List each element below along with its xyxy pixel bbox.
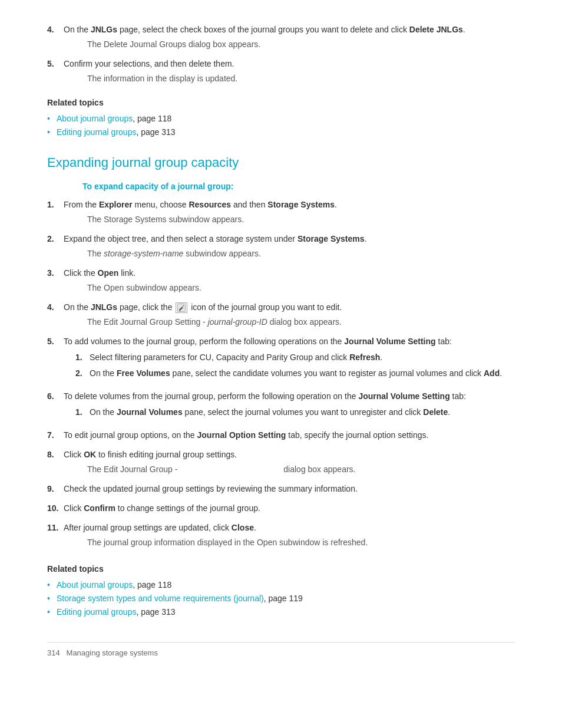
related-topics-2: Related topics About journal groups, pag… xyxy=(47,563,515,618)
step-content: From the Explorer menu, choose Resources… xyxy=(64,199,515,226)
close-bold: Close xyxy=(232,523,254,532)
substep-item: 2. On the Free Volumes pane, select the … xyxy=(75,367,515,380)
page-number: 314 xyxy=(47,648,60,657)
substep-number: 1. xyxy=(75,406,90,419)
step-content: To add volumes to the journal group, per… xyxy=(64,335,515,383)
jnlgs-bold: JNLGs xyxy=(91,25,117,34)
related-link[interactable]: Editing journal groups xyxy=(57,127,136,137)
add-bold: Add xyxy=(484,368,500,378)
step-note: The information in the display is update… xyxy=(87,73,515,85)
edit-icon xyxy=(176,302,187,313)
delete-bold: Delete xyxy=(423,407,448,417)
step-note: The journal group information displayed … xyxy=(87,536,515,549)
related-link-item: About journal groups, page 118 xyxy=(47,579,515,591)
intro-step-4: 4. On the JNLGs page, select the check b… xyxy=(47,24,515,51)
explorer-bold: Explorer xyxy=(99,200,133,209)
journal-volume-setting-bold: Journal Volume Setting xyxy=(358,391,449,401)
related-link-item: Storage system types and volume requirem… xyxy=(47,592,515,605)
step-content: Click OK to finish editing journal group… xyxy=(64,449,515,476)
storage-systems-bold: Storage Systems xyxy=(297,234,365,243)
main-steps-list: 1. From the Explorer menu, choose Resour… xyxy=(47,199,515,549)
substep-content: On the Free Volumes pane, select the can… xyxy=(90,367,502,380)
substeps-list: 1. On the Journal Volumes pane, select t… xyxy=(64,406,515,419)
step-number: 7. xyxy=(47,429,64,442)
step-note: The Open subwindow appears. xyxy=(87,282,515,294)
main-step-9: 9. Check the updated journal group setti… xyxy=(47,483,515,495)
italic-text: storage-system-name xyxy=(104,249,183,258)
ok-bold: OK xyxy=(84,450,96,459)
step-number: 10. xyxy=(47,502,64,515)
main-step-5: 5. To add volumes to the journal group, … xyxy=(47,335,515,383)
step-number: 5. xyxy=(47,335,64,383)
main-step-6: 6. To delete volumes from the journal gr… xyxy=(47,390,515,422)
step-number: 6. xyxy=(47,390,64,422)
related-link-item: Editing journal groups, page 313 xyxy=(47,606,515,618)
related-links-list: About journal groups, page 118 Editing j… xyxy=(47,113,515,139)
main-step-2: 2. Expand the object tree, and then sele… xyxy=(47,233,515,260)
main-step-7: 7. To edit journal group options, on the… xyxy=(47,429,515,442)
step-number: 1. xyxy=(47,199,64,226)
main-step-1: 1. From the Explorer menu, choose Resour… xyxy=(47,199,515,226)
step-content: To delete volumes from the journal group… xyxy=(64,390,515,422)
main-step-11: 11. After journal group settings are upd… xyxy=(47,522,515,549)
step-content: Click the Open link. The Open subwindow … xyxy=(64,267,515,294)
main-step-3: 3. Click the Open link. The Open subwind… xyxy=(47,267,515,294)
step-number: 4. xyxy=(47,301,64,328)
step-content: On the JNLGs page, select the check boxe… xyxy=(64,24,515,51)
step-content: Click Confirm to change settings of the … xyxy=(64,502,515,515)
step-number: 4. xyxy=(47,24,64,51)
free-volumes-bold: Free Volumes xyxy=(117,368,170,378)
step-number: 2. xyxy=(47,233,64,260)
step-content: On the JNLGs page, click the icon of the… xyxy=(64,301,515,328)
step-note: The Storage Systems subwindow appears. xyxy=(87,213,515,226)
section-subheading: To expand capacity of a journal group: xyxy=(82,180,515,193)
journal-volumes-bold: Journal Volumes xyxy=(117,407,183,417)
related-topics-label: Related topics xyxy=(47,97,515,109)
open-bold: Open xyxy=(98,268,119,278)
step-content: After journal group settings are updated… xyxy=(64,522,515,549)
step-content: Confirm your selections, and then delete… xyxy=(64,58,515,85)
related-link-item: About journal groups, page 118 xyxy=(47,113,515,125)
page-footer: 314 Managing storage systems xyxy=(47,642,515,659)
confirm-bold: Confirm xyxy=(84,503,115,513)
substep-content: Select filtering parameters for CU, Capa… xyxy=(90,351,382,364)
step-content: To edit journal group options, on the Jo… xyxy=(64,429,515,442)
italic-text: journal-group-ID xyxy=(208,317,267,327)
related-link[interactable]: About journal groups xyxy=(57,580,133,589)
step-content: Expand the object tree, and then select … xyxy=(64,233,515,260)
step-content: Check the updated journal group settings… xyxy=(64,483,515,495)
related-topics-label: Related topics xyxy=(47,563,515,575)
step-number: 11. xyxy=(47,522,64,549)
step-note: The storage-system-name subwindow appear… xyxy=(87,248,515,260)
footer-text: Managing storage systems xyxy=(67,648,158,657)
step-number: 3. xyxy=(47,267,64,294)
delete-jnlgs-bold: Delete JNLGs xyxy=(409,25,463,34)
main-step-10: 10. Click Confirm to change settings of … xyxy=(47,502,515,515)
substeps-list: 1. Select filtering parameters for CU, C… xyxy=(64,351,515,380)
related-links-list: About journal groups, page 118 Storage s… xyxy=(47,579,515,618)
intro-steps: 4. On the JNLGs page, select the check b… xyxy=(47,24,515,85)
journal-option-setting-bold: Journal Option Setting xyxy=(197,430,286,440)
main-step-8: 8. Click OK to finish editing journal gr… xyxy=(47,449,515,476)
step-number: 5. xyxy=(47,58,64,85)
substep-number: 1. xyxy=(75,351,90,364)
substep-content: On the Journal Volumes pane, select the … xyxy=(90,406,450,419)
related-link[interactable]: Storage system types and volume requirem… xyxy=(57,594,264,603)
step-note: The Edit Journal Group Setting - journal… xyxy=(87,316,515,328)
step-note: The Edit Journal Group - dialog box appe… xyxy=(87,463,515,476)
related-link[interactable]: About journal groups xyxy=(57,114,133,123)
section-heading: Expanding journal group capacity xyxy=(47,153,515,172)
substep-item: 1. Select filtering parameters for CU, C… xyxy=(75,351,515,364)
related-link[interactable]: Editing journal groups xyxy=(57,607,136,617)
refresh-bold: Refresh xyxy=(349,353,380,362)
storage-systems-bold: Storage Systems xyxy=(267,200,335,209)
step-note: The Delete Journal Groups dialog box app… xyxy=(87,38,515,51)
page-content: 4. On the JNLGs page, select the check b… xyxy=(0,0,562,728)
step-number: 9. xyxy=(47,483,64,495)
jnlgs-bold: JNLGs xyxy=(91,302,117,312)
step-number: 8. xyxy=(47,449,64,476)
substep-number: 2. xyxy=(75,367,90,380)
main-step-4: 4. On the JNLGs page, click the icon of … xyxy=(47,301,515,328)
substep-item: 1. On the Journal Volumes pane, select t… xyxy=(75,406,515,419)
journal-volume-setting-bold: Journal Volume Setting xyxy=(344,337,435,346)
